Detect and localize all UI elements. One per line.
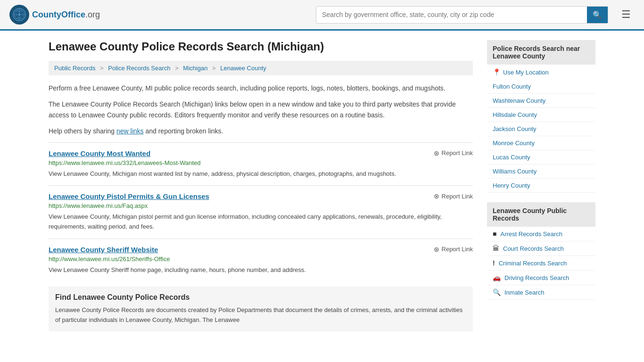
record-desc-2: View Lenawee County, Michigan pistol per…: [49, 212, 473, 232]
desc-para-2: The Lenawee County Police Records Search…: [49, 99, 473, 120]
find-section: Find Lenawee County Police Records Lenaw…: [49, 287, 473, 332]
sidebar-pub-court: 🏛 Court Records Search: [487, 241, 595, 256]
breadcrumb-public-records[interactable]: Public Records: [54, 65, 95, 72]
search-input[interactable]: [316, 7, 587, 22]
desc-para-1: Perform a free Lenawee County, MI public…: [49, 83, 473, 93]
sidebar-nearby-header: Police Records Search near Lenawee Count…: [487, 40, 595, 65]
logo-org: .org: [85, 10, 100, 19]
report-link-btn-3[interactable]: ⊛ Report Link: [434, 246, 473, 253]
court-records-link[interactable]: Court Records Search: [503, 245, 564, 252]
main-container: Lenawee County Police Records Search (Mi…: [39, 31, 605, 341]
record-card-1: Lenawee County Most Wanted ⊛ Report Link…: [49, 142, 473, 186]
breadcrumb-michigan[interactable]: Michigan: [183, 65, 207, 72]
new-links-link[interactable]: new links: [116, 127, 144, 135]
hamburger-icon: ☰: [621, 8, 631, 20]
search-icon: 🔍: [593, 11, 602, 19]
record-card-2-header: Lenawee County Pistol Permits & Gun Lice…: [49, 192, 473, 200]
court-icon: 🏛: [493, 245, 499, 252]
jackson-county-link[interactable]: Jackson County: [493, 125, 537, 132]
find-title: Find Lenawee County Police Records: [55, 293, 466, 302]
logo-icon: [9, 5, 29, 25]
lucas-county-link[interactable]: Lucas County: [493, 154, 530, 161]
inmate-search-link[interactable]: Inmate Search: [504, 289, 545, 296]
report-link-btn-1[interactable]: ⊛ Report Link: [434, 149, 473, 157]
record-url-1[interactable]: https://www.lenawee.mi.us/332/Lenawees-M…: [49, 159, 473, 166]
driving-icon: 🚗: [493, 274, 501, 281]
header: CountyOffice.org 🔍 ☰: [0, 0, 644, 31]
arrest-icon: ■: [493, 230, 496, 238]
sidebar-item-williams: Williams County: [487, 165, 595, 179]
record-card-3-header: Lenawee County Sheriff Website ⊛ Report …: [49, 246, 473, 254]
sidebar-pub-section: Lenawee County Public Records ■ Arrest R…: [487, 202, 595, 300]
inmate-icon: 🔍: [493, 288, 501, 296]
pin-icon: 📍: [493, 68, 501, 76]
logo-link[interactable]: CountyOffice.org: [9, 5, 100, 25]
sidebar-item-monroe: Monroe County: [487, 136, 595, 150]
report-icon-2: ⊛: [434, 192, 439, 200]
record-desc-3: View Lenawee County Sheriff home page, i…: [49, 265, 473, 275]
monroe-county-link[interactable]: Monroe County: [493, 140, 535, 147]
driving-records-link[interactable]: Driving Records Search: [504, 274, 569, 281]
page-title: Lenawee County Police Records Search (Mi…: [49, 40, 473, 53]
content-area: Lenawee County Police Records Search (Mi…: [49, 40, 473, 331]
menu-button[interactable]: ☰: [618, 7, 635, 23]
sidebar-pub-arrest: ■ Arrest Records Search: [487, 227, 595, 241]
search-button[interactable]: 🔍: [587, 7, 608, 23]
washtenaw-county-link[interactable]: Washtenaw County: [493, 97, 545, 104]
record-card-3: Lenawee County Sheriff Website ⊛ Report …: [49, 239, 473, 282]
report-link-btn-2[interactable]: ⊛ Report Link: [434, 192, 473, 200]
sidebar-item-henry: Henry County: [487, 179, 595, 193]
report-label-2: Report Link: [442, 193, 473, 200]
sidebar: Police Records Search near Lenawee Count…: [487, 40, 595, 331]
henry-county-link[interactable]: Henry County: [493, 182, 530, 189]
logo-text: CountyOffice.org: [32, 10, 100, 20]
sidebar-item-washtenaw: Washtenaw County: [487, 94, 595, 108]
williams-county-link[interactable]: Williams County: [493, 168, 537, 175]
breadcrumb: Public Records > Police Records Search >…: [49, 61, 473, 75]
sidebar-pub-driving: 🚗 Driving Records Search: [487, 271, 595, 285]
criminal-records-link[interactable]: Criminal Records Search: [499, 260, 567, 267]
record-desc-1: View Lenawee County, Michigan most wante…: [49, 169, 473, 179]
search-bar: 🔍: [316, 6, 608, 24]
hillsdale-county-link[interactable]: Hillsdale County: [493, 111, 537, 118]
sidebar-pub-header: Lenawee County Public Records: [487, 202, 595, 227]
svg-point-5: [18, 14, 21, 16]
breadcrumb-sep-3: >: [212, 65, 216, 72]
report-label-1: Report Link: [442, 149, 473, 156]
report-label-3: Report Link: [442, 246, 473, 253]
logo-name: CountyOffice: [32, 10, 85, 19]
sidebar-nearby-section: Police Records Search near Lenawee Count…: [487, 40, 595, 193]
criminal-icon: !: [493, 259, 495, 267]
use-location-item[interactable]: 📍 Use My Location: [487, 65, 595, 80]
record-title-2[interactable]: Lenawee County Pistol Permits & Gun Lice…: [49, 192, 209, 200]
record-card-1-header: Lenawee County Most Wanted ⊛ Report Link: [49, 149, 473, 157]
breadcrumb-sep-2: >: [175, 65, 179, 72]
sidebar-pub-criminal: ! Criminal Records Search: [487, 256, 595, 271]
arrest-records-link[interactable]: Arrest Records Search: [500, 230, 562, 238]
sidebar-item-hillsdale: Hillsdale County: [487, 108, 595, 122]
breadcrumb-sep-1: >: [100, 65, 104, 72]
report-icon-1: ⊛: [434, 149, 439, 157]
record-url-3[interactable]: http://www.lenawee.mi.us/261/Sheriffs-Of…: [49, 255, 473, 263]
report-icon-3: ⊛: [434, 246, 439, 253]
sidebar-item-jackson: Jackson County: [487, 122, 595, 136]
record-card-2: Lenawee County Pistol Permits & Gun Lice…: [49, 185, 473, 239]
desc-para-3: Help others by sharing new links and rep…: [49, 126, 473, 136]
desc-para3-after: and reporting broken links.: [144, 127, 223, 135]
record-title-1[interactable]: Lenawee County Most Wanted: [49, 149, 150, 157]
desc-para3-before: Help others by sharing: [49, 127, 116, 135]
breadcrumb-police-records[interactable]: Police Records Search: [108, 65, 170, 72]
sidebar-item-fulton: Fulton County: [487, 80, 595, 94]
fulton-county-link[interactable]: Fulton County: [493, 83, 531, 90]
use-location-link[interactable]: Use My Location: [503, 69, 549, 76]
record-url-2[interactable]: https://www.lenawee.mi.us/Faq.aspx: [49, 202, 473, 209]
record-title-3[interactable]: Lenawee County Sheriff Website: [49, 246, 158, 254]
find-desc: Lenawee County Police Records are docume…: [55, 305, 466, 325]
breadcrumb-lenawee[interactable]: Lenawee County: [220, 65, 266, 72]
sidebar-pub-inmate: 🔍 Inmate Search: [487, 285, 595, 300]
sidebar-item-lucas: Lucas County: [487, 150, 595, 165]
